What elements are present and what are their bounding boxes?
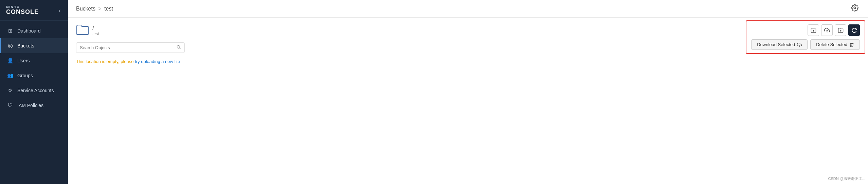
download-icon (797, 42, 802, 47)
search-input[interactable] (80, 45, 176, 50)
empty-message: This location is empty, please try uploa… (76, 59, 860, 64)
folder-header: / test (76, 24, 860, 37)
sidebar-item-iam-policies[interactable]: 🛡 IAM Policies (0, 98, 68, 113)
sidebar-item-groups[interactable]: 👥 Groups (0, 68, 68, 83)
service-accounts-icon: ⚙ (7, 87, 13, 94)
upload-link[interactable]: try uploading a new file (135, 59, 180, 64)
svg-point-0 (854, 7, 856, 9)
sidebar-item-users[interactable]: 👤 Users (0, 53, 68, 68)
sidebar-item-service-accounts[interactable]: ⚙ Service Accounts (0, 83, 68, 98)
folder-info: / test (92, 25, 99, 36)
sidebar-item-label: Groups (17, 73, 33, 78)
refresh-icon (851, 27, 857, 33)
create-folder-button[interactable] (835, 24, 846, 36)
sidebar-item-label: Users (17, 58, 30, 63)
logo-console: CONSOLE (6, 9, 39, 16)
settings-icon (851, 4, 858, 12)
users-icon: 👤 (7, 58, 13, 64)
dashboard-icon: ⊞ (7, 28, 13, 34)
sidebar-item-label: Service Accounts (17, 88, 54, 93)
upload-file-button[interactable] (821, 24, 833, 36)
download-selected-label: Download Selected (757, 42, 795, 47)
breadcrumb: Buckets > test (76, 6, 113, 12)
sidebar-collapse-button[interactable]: ‹ (57, 7, 62, 14)
settings-button[interactable] (850, 3, 860, 15)
folder-name: test (92, 32, 99, 36)
folder-slash: / (92, 25, 99, 32)
groups-icon: 👥 (7, 73, 13, 79)
delete-selected-label: Delete Selected (816, 42, 847, 47)
logo: MIN·IO CONSOLE (6, 5, 39, 16)
sidebar-item-label: IAM Policies (17, 103, 43, 108)
upload-folder-icon (811, 27, 816, 33)
upload-folder-button[interactable] (808, 24, 819, 36)
buckets-icon: ◎ (7, 43, 13, 49)
download-selected-button[interactable]: Download Selected (751, 39, 808, 50)
sidebar-item-label: Buckets (17, 43, 34, 48)
sidebar: MIN·IO CONSOLE ‹ ⊞ Dashboard ◎ Buckets 👤… (0, 0, 68, 184)
refresh-button[interactable] (848, 24, 860, 36)
create-folder-icon (838, 27, 844, 33)
svg-line-2 (180, 48, 181, 49)
breadcrumb-current: test (104, 6, 113, 12)
search-icon (176, 45, 181, 50)
main-content: Buckets > test / test (68, 0, 868, 184)
topbar-right (850, 3, 860, 15)
delete-icon (849, 42, 854, 47)
sidebar-item-label: Dashboard (17, 28, 41, 34)
iam-policies-icon: 🛡 (7, 102, 13, 108)
delete-selected-button[interactable]: Delete Selected (810, 39, 860, 50)
sidebar-item-dashboard[interactable]: ⊞ Dashboard (0, 23, 68, 38)
sidebar-item-buckets[interactable]: ◎ Buckets (0, 38, 68, 53)
empty-text-before: This location is empty, please (76, 59, 135, 64)
folder-icon (76, 24, 89, 37)
upload-icon (824, 27, 830, 33)
watermark: CSDN @搬砖老友工... (828, 176, 865, 181)
action-row-top (751, 24, 860, 36)
breadcrumb-prefix: Buckets (76, 6, 95, 12)
action-panel: Download Selected Delete Selected (746, 20, 865, 54)
sidebar-logo: MIN·IO CONSOLE ‹ (0, 0, 68, 21)
action-row-bottom: Download Selected Delete Selected (751, 39, 860, 50)
breadcrumb-separator: > (98, 6, 101, 12)
search-bar (76, 42, 185, 53)
svg-point-1 (177, 45, 180, 48)
sidebar-nav: ⊞ Dashboard ◎ Buckets 👤 Users 👥 Groups ⚙… (0, 21, 68, 184)
topbar: Buckets > test (68, 0, 868, 18)
